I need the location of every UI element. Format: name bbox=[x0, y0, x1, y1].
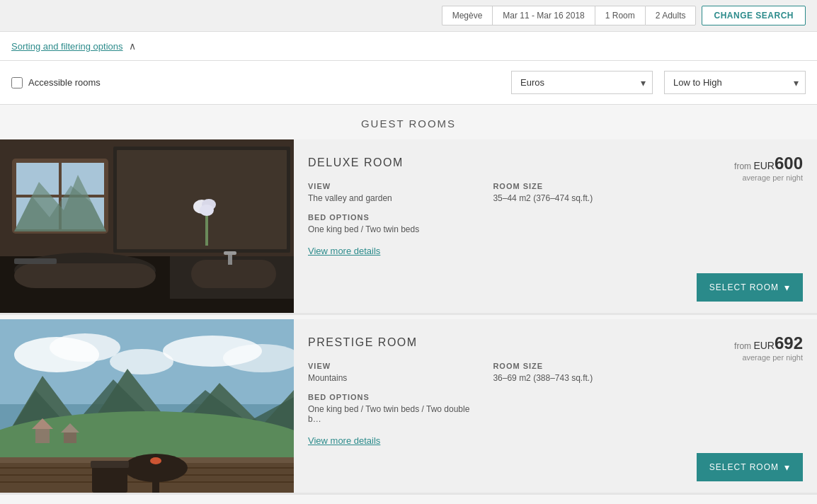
prestige-select-chevron-icon: ▾ bbox=[784, 462, 790, 473]
svg-rect-43 bbox=[92, 464, 127, 493]
svg-rect-44 bbox=[91, 461, 129, 468]
deluxe-bed-block: BED OPTIONS One king bed / Two twin beds bbox=[308, 213, 483, 234]
prestige-price-block: from EUR692 average per night bbox=[734, 333, 803, 362]
svg-point-42 bbox=[150, 457, 161, 464]
dates-pill: Mar 11 - Mar 16 2018 bbox=[492, 6, 594, 25]
svg-point-12 bbox=[200, 205, 214, 216]
deluxe-from-label: from EUR600 bbox=[734, 154, 803, 173]
guest-rooms-heading: GUEST ROOMS bbox=[0, 105, 817, 139]
change-search-button[interactable]: CHANGE SEARCH bbox=[702, 6, 806, 25]
room-details-deluxe: DELUXE ROOM VIEW The valley and garden R… bbox=[294, 139, 682, 313]
room-image-deluxe bbox=[0, 139, 294, 313]
svg-rect-31 bbox=[35, 429, 50, 443]
deluxe-size-value: 35–44 m2 (376–474 sq.ft.) bbox=[493, 193, 668, 203]
sort-select-wrapper: Low to High High to Low bbox=[664, 71, 806, 94]
accessible-rooms-label[interactable]: Accessible rooms bbox=[11, 77, 101, 88]
svg-rect-15 bbox=[14, 263, 156, 288]
prestige-view-label: VIEW bbox=[308, 362, 483, 370]
deluxe-select-chevron-icon: ▾ bbox=[784, 282, 790, 293]
svg-rect-19 bbox=[228, 254, 232, 265]
currency-select-wrapper: Euros USD GBP bbox=[511, 71, 653, 94]
prestige-from-label: from EUR692 bbox=[734, 333, 803, 353]
deluxe-size-label: ROOM SIZE bbox=[493, 182, 668, 190]
prestige-bed-block: BED OPTIONS One king bed / Two twin beds… bbox=[308, 393, 483, 424]
filters-row: Accessible rooms Euros USD GBP Low to Hi… bbox=[0, 61, 817, 105]
deluxe-per-night: average per night bbox=[734, 173, 803, 182]
room-card-prestige: PRESTIGE ROOM VIEW Mountains ROOM SIZE 3… bbox=[0, 319, 817, 495]
deluxe-select-room-button[interactable]: SELECT ROOM ▾ bbox=[697, 273, 803, 302]
sorting-bar: Sorting and filtering options ∧ bbox=[0, 32, 817, 61]
room-card-deluxe: DELUXE ROOM VIEW The valley and garden R… bbox=[0, 139, 817, 315]
svg-rect-33 bbox=[64, 433, 76, 443]
prestige-price-col: from EUR692 average per night SELECT ROO… bbox=[682, 319, 817, 493]
prestige-view-block: VIEW Mountains bbox=[308, 362, 483, 383]
prestige-view-more-link[interactable]: View more details bbox=[308, 435, 380, 446]
deluxe-bed-value: One king bed / Two twin beds bbox=[308, 224, 483, 234]
accessible-rooms-checkbox[interactable] bbox=[11, 77, 23, 88]
deluxe-info-grid: VIEW The valley and garden ROOM SIZE 35–… bbox=[308, 182, 668, 234]
svg-point-24 bbox=[50, 333, 120, 362]
prestige-size-label: ROOM SIZE bbox=[493, 362, 668, 370]
prestige-footer: View more details bbox=[308, 435, 668, 446]
deluxe-price-col: from EUR600 average per night SELECT ROO… bbox=[682, 139, 817, 313]
room-details-prestige: PRESTIGE ROOM VIEW Mountains ROOM SIZE 3… bbox=[294, 319, 682, 493]
prestige-view-value: Mountains bbox=[308, 373, 483, 383]
deluxe-bed-label: BED OPTIONS bbox=[308, 213, 483, 222]
sorting-filter-link[interactable]: Sorting and filtering options bbox=[11, 41, 123, 52]
guests-pill: 2 Adults bbox=[645, 6, 697, 25]
rooms-pill: 1 Room bbox=[595, 6, 645, 25]
sort-order-select[interactable]: Low to High High to Low bbox=[664, 71, 806, 94]
prestige-bed-label: BED OPTIONS bbox=[308, 393, 483, 401]
prestige-per-night: average per night bbox=[734, 353, 803, 362]
prestige-info-grid: VIEW Mountains ROOM SIZE 36–69 m2 (388–7… bbox=[308, 362, 668, 424]
deluxe-view-more-link[interactable]: View more details bbox=[308, 246, 380, 256]
deluxe-price-block: from EUR600 average per night bbox=[734, 154, 803, 182]
deluxe-view-value: The valley and garden bbox=[308, 193, 483, 203]
sort-chevron-icon: ∧ bbox=[129, 40, 136, 52]
svg-rect-16 bbox=[14, 258, 57, 264]
prestige-select-room-button[interactable]: SELECT ROOM ▾ bbox=[697, 453, 803, 481]
svg-rect-41 bbox=[152, 468, 159, 493]
room-image-prestige bbox=[0, 319, 294, 493]
header-bar: Megève Mar 11 - Mar 16 2018 1 Room 2 Adu… bbox=[0, 0, 817, 32]
svg-rect-18 bbox=[191, 260, 276, 288]
currency-select[interactable]: Euros USD GBP bbox=[511, 71, 653, 94]
prestige-price-amount: EUR692 bbox=[753, 333, 803, 353]
deluxe-view-label: VIEW bbox=[308, 182, 483, 190]
deluxe-room-title: DELUXE ROOM bbox=[308, 156, 668, 169]
prestige-size-block: ROOM SIZE 36–69 m2 (388–743 sq.ft.) bbox=[493, 362, 668, 383]
prestige-bed-value: One king bed / Two twin beds / Two doubl… bbox=[308, 404, 483, 424]
deluxe-size-block: ROOM SIZE 35–44 m2 (376–474 sq.ft.) bbox=[493, 182, 668, 203]
deluxe-footer: View more details bbox=[308, 246, 668, 256]
location-pill: Megève bbox=[442, 6, 493, 25]
prestige-room-title: PRESTIGE ROOM bbox=[308, 336, 668, 349]
svg-rect-20 bbox=[224, 251, 236, 255]
accessible-rooms-text: Accessible rooms bbox=[28, 77, 101, 88]
prestige-size-value: 36–69 m2 (388–743 sq.ft.) bbox=[493, 373, 668, 383]
deluxe-view-block: VIEW The valley and garden bbox=[308, 182, 483, 203]
deluxe-price-amount: EUR600 bbox=[753, 154, 803, 173]
